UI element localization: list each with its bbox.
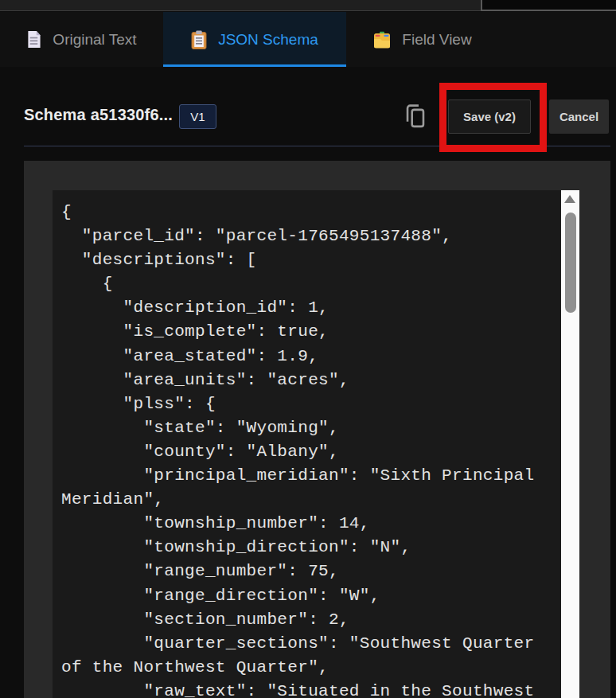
header-divider xyxy=(24,146,610,146)
scrollbar-thumb[interactable] xyxy=(565,213,576,313)
tab-json-schema[interactable]: JSON Schema xyxy=(163,12,346,67)
tab-label: Field View xyxy=(402,31,471,49)
cancel-button[interactable]: Cancel xyxy=(549,99,609,134)
scrollbar-up-arrow-icon[interactable] xyxy=(564,195,575,203)
tab-original-text[interactable]: Original Text xyxy=(0,12,163,67)
editor-scrollbar[interactable] xyxy=(561,190,579,698)
copy-icon xyxy=(404,103,427,132)
tab-label: JSON Schema xyxy=(218,31,318,49)
tab-field-view[interactable]: Field View xyxy=(346,12,499,67)
tab-label: Original Text xyxy=(53,31,136,49)
active-tab-underline xyxy=(163,64,346,67)
schema-editor-panel: { "parcel_id": "parcel-1765495137488", "… xyxy=(24,161,610,698)
save-button[interactable]: Save (v2) xyxy=(448,99,531,134)
schema-title: Schema a51330f6... xyxy=(24,106,173,124)
card-index-icon xyxy=(373,31,391,49)
document-icon xyxy=(26,30,41,49)
json-code-text[interactable]: { "parcel_id": "parcel-1765495137488", "… xyxy=(53,190,579,698)
copy-button[interactable] xyxy=(401,101,430,133)
clipboard-icon xyxy=(191,30,207,49)
version-badge: V1 xyxy=(179,104,216,129)
json-code-editor[interactable]: { "parcel_id": "parcel-1765495137488", "… xyxy=(53,190,579,698)
top-partial-element xyxy=(481,0,616,11)
tab-bar: Original Text JSON Schema xyxy=(0,12,616,67)
